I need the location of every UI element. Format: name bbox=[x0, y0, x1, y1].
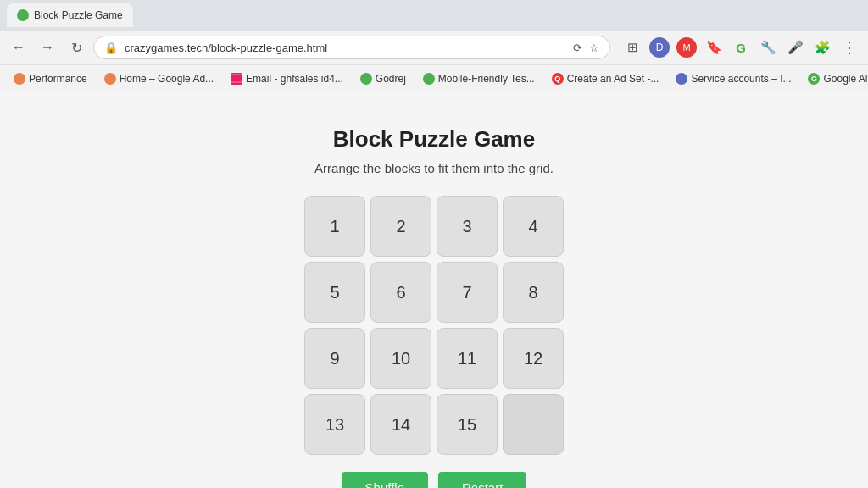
bookmark-create-ad[interactable]: Q Create an Ad Set -... bbox=[545, 69, 666, 88]
restart-button[interactable]: Restart bbox=[438, 472, 526, 488]
google-icon[interactable]: G bbox=[731, 37, 751, 58]
back-button[interactable]: ← bbox=[7, 36, 31, 59]
puzzle-cell-13[interactable]: 13 bbox=[304, 394, 365, 455]
extensions-icon[interactable]: ⊞ bbox=[622, 37, 643, 58]
puzzle-cell-empty[interactable] bbox=[503, 394, 564, 455]
bookmark-favicon-mobile-friendly bbox=[423, 73, 435, 85]
menu-button[interactable]: ⋮ bbox=[837, 36, 861, 59]
puzzle-cell-15[interactable]: 15 bbox=[437, 394, 498, 455]
puzzle-cell-7[interactable]: 7 bbox=[437, 262, 498, 323]
forward-button[interactable]: → bbox=[36, 36, 59, 59]
microphone-icon[interactable]: 🎤 bbox=[785, 37, 805, 58]
bookmark-label-create-ad: Create an Ad Set -... bbox=[567, 73, 659, 85]
puzzle-icon[interactable]: 🧩 bbox=[812, 37, 832, 58]
lock-icon: 🔒 bbox=[104, 42, 118, 54]
address-bar[interactable]: 🔒 crazygames.tech/block-puzzle-game.html… bbox=[93, 36, 610, 59]
puzzle-cell-2[interactable]: 2 bbox=[370, 196, 431, 257]
bookmarks-bar: Performance Home – Google Ad... Email - … bbox=[0, 64, 868, 92]
profile-icon[interactable]: D bbox=[649, 37, 670, 58]
star-icon: ☆ bbox=[589, 42, 599, 54]
bookmark-favicon-google-alerts: G bbox=[808, 73, 820, 85]
puzzle-cell-1[interactable]: 1 bbox=[304, 196, 365, 257]
bookmark-label-godrej: Godrej bbox=[376, 73, 406, 85]
shuffle-button[interactable]: Shuffle bbox=[342, 472, 428, 488]
puzzle-cell-12[interactable]: 12 bbox=[503, 328, 564, 389]
bookmark-service-accounts[interactable]: Service accounts – I... bbox=[669, 69, 798, 88]
bookmark-label-mobile-friendly: Mobile-Friendly Tes... bbox=[438, 73, 535, 85]
button-row: Shuffle Restart bbox=[342, 472, 527, 488]
bookmark-favicon-email bbox=[231, 73, 242, 85]
bookmark-google-alerts[interactable]: G Google Alerts – Mo... bbox=[801, 69, 868, 88]
bookmark-favicon-performance bbox=[14, 73, 25, 85]
game-title: Block Puzzle Game bbox=[333, 126, 535, 152]
puzzle-cell-5[interactable]: 5 bbox=[304, 262, 365, 323]
gmail-icon[interactable]: M bbox=[676, 37, 697, 58]
bookmark-label-performance: Performance bbox=[29, 73, 87, 85]
puzzle-cell-4[interactable]: 4 bbox=[503, 196, 564, 257]
tab-title: Block Puzzle Game bbox=[34, 9, 123, 21]
bookmark-favicon-godrej bbox=[360, 73, 372, 85]
bookmark-favicon-create-ad: Q bbox=[552, 73, 564, 85]
puzzle-grid: 123456789101112131415 bbox=[304, 196, 564, 455]
puzzle-cell-11[interactable]: 11 bbox=[437, 328, 498, 389]
game-subtitle: Arrange the blocks to fit them into the … bbox=[314, 161, 554, 175]
bookmark-label-google-ads: Home – Google Ad... bbox=[120, 73, 214, 85]
bookmark-google-ads[interactable]: Home – Google Ad... bbox=[97, 69, 220, 88]
bookmark-favicon-google-ads bbox=[104, 73, 116, 85]
page-content: Block Puzzle Game Arrange the blocks to … bbox=[0, 92, 868, 488]
puzzle-cell-8[interactable]: 8 bbox=[503, 262, 564, 323]
tools-icon[interactable]: 🔧 bbox=[758, 37, 778, 58]
active-tab[interactable]: Block Puzzle Game bbox=[7, 3, 133, 27]
translate-icon: ⟳ bbox=[573, 42, 582, 54]
browser-nav: ← → ↻ 🔒 crazygames.tech/block-puzzle-gam… bbox=[0, 30, 868, 64]
bookmark-godrej[interactable]: Godrej bbox=[353, 69, 413, 88]
puzzle-cell-14[interactable]: 14 bbox=[370, 394, 431, 455]
bookmark-icon[interactable]: 🔖 bbox=[704, 37, 724, 58]
bookmark-label-google-alerts: Google Alerts – Mo... bbox=[823, 73, 868, 85]
tab-bar: Block Puzzle Game bbox=[0, 0, 868, 30]
bookmark-performance[interactable]: Performance bbox=[7, 69, 94, 88]
svg-rect-0 bbox=[231, 75, 242, 82]
puzzle-cell-10[interactable]: 10 bbox=[370, 328, 431, 389]
browser-toolbar-icons: ⊞ D M 🔖 G 🔧 🎤 🧩 bbox=[622, 37, 832, 58]
bookmark-email[interactable]: Email - ghfsales id4... bbox=[224, 69, 350, 88]
reload-button[interactable]: ↻ bbox=[64, 36, 88, 59]
bookmark-label-service-accounts: Service accounts – I... bbox=[691, 73, 791, 85]
tab-favicon bbox=[17, 9, 29, 21]
browser-chrome: Block Puzzle Game ← → ↻ 🔒 crazygames.tec… bbox=[0, 0, 868, 92]
puzzle-cell-9[interactable]: 9 bbox=[304, 328, 365, 389]
puzzle-cell-3[interactable]: 3 bbox=[437, 196, 498, 257]
address-text: crazygames.tech/block-puzzle-game.html bbox=[125, 42, 566, 54]
bookmark-label-email: Email - ghfsales id4... bbox=[246, 73, 343, 85]
bookmark-mobile-friendly[interactable]: Mobile-Friendly Tes... bbox=[416, 69, 542, 88]
puzzle-cell-6[interactable]: 6 bbox=[370, 262, 431, 323]
bookmark-favicon-service-accounts bbox=[676, 73, 687, 85]
